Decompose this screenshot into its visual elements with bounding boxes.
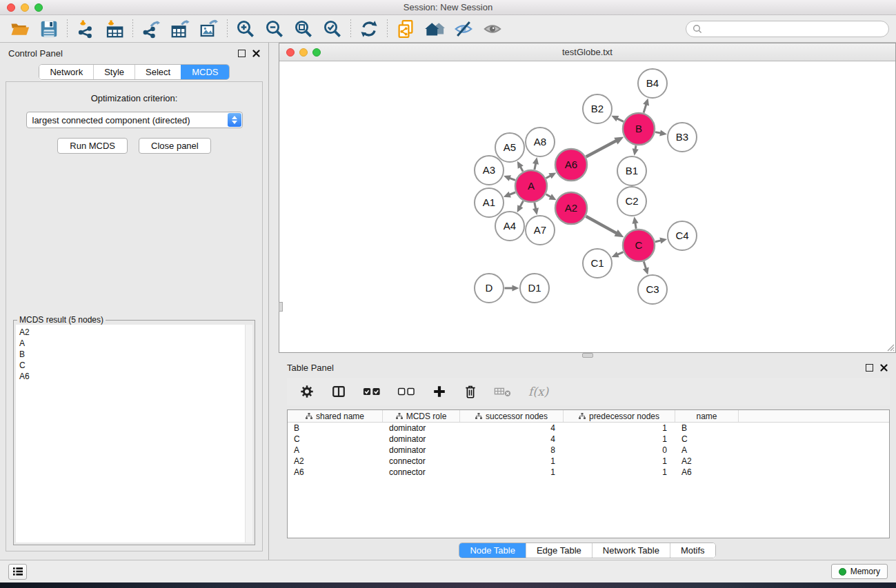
zoom-fit-button[interactable]	[289, 17, 318, 41]
export-network-button[interactable]	[137, 17, 166, 41]
first-neighbors-button[interactable]	[420, 17, 449, 41]
graph-node-D[interactable]: D	[475, 274, 504, 303]
zoom-in-button[interactable]	[231, 17, 260, 41]
table-panel-title: Table Panel	[287, 363, 334, 373]
graph-edge-A6-B[interactable]	[586, 141, 617, 157]
toolbar-separator	[387, 19, 388, 39]
graph-node-A4[interactable]: A4	[495, 212, 524, 241]
tab-style[interactable]: Style	[93, 65, 135, 79]
graph-node-C4[interactable]: C4	[668, 221, 697, 250]
open-folder-icon	[10, 19, 30, 39]
delete-columns-button[interactable]	[464, 384, 477, 399]
select-all-columns-button[interactable]	[363, 385, 381, 398]
criterion-select[interactable]: largest connected component (directed)	[26, 112, 243, 128]
graph-node-A3[interactable]: A3	[475, 156, 504, 185]
close-panel-icon[interactable]	[252, 50, 260, 57]
graph-node-D1[interactable]: D1	[520, 274, 549, 303]
graph-node-C1[interactable]: C1	[583, 249, 612, 278]
graph-node-B[interactable]: B	[623, 113, 655, 145]
column-header-MCDS-role[interactable]: MCDS role	[383, 410, 460, 422]
split-divider[interactable]	[279, 353, 896, 358]
table-row[interactable]: Bdominator41B	[288, 423, 889, 434]
mcds-result-list[interactable]: A2ABCA6	[16, 325, 252, 543]
graph-node-A2[interactable]: A2	[555, 192, 587, 224]
show-all-button[interactable]	[478, 17, 507, 41]
graph-node-C3[interactable]: C3	[638, 275, 667, 304]
table-row[interactable]: A6connector11A6	[288, 467, 889, 478]
column-header-predecessor-nodes[interactable]: predecessor nodes	[564, 410, 675, 422]
task-history-button[interactable]	[8, 564, 27, 580]
import-table-button[interactable]	[100, 17, 129, 41]
network-window-titlebar[interactable]: testGlobe.txt	[279, 43, 895, 61]
function-builder-button[interactable]: f(x)	[528, 385, 548, 398]
mcds-result-item[interactable]: B	[19, 349, 252, 360]
memory-status-icon	[839, 568, 846, 576]
graph-node-B1[interactable]: B1	[617, 156, 646, 185]
float-panel-icon[interactable]	[238, 50, 246, 57]
table-row[interactable]: Adominator80A	[288, 445, 889, 456]
svg-text:B2: B2	[591, 103, 604, 114]
zoom-out-button[interactable]	[260, 17, 289, 41]
graph-node-B3[interactable]: B3	[668, 123, 697, 152]
birdseye-handle[interactable]	[279, 302, 283, 312]
run-mcds-button[interactable]: Run MCDS	[57, 138, 128, 154]
resize-grip-icon[interactable]	[885, 342, 895, 352]
graph-edge-A2-C[interactable]	[586, 216, 617, 234]
tab-network[interactable]: Network	[39, 65, 93, 79]
tab-motifs[interactable]: Motifs	[670, 543, 715, 558]
graph-node-C[interactable]: C	[623, 230, 655, 261]
close-panel-icon[interactable]	[880, 364, 888, 372]
mcds-result-item[interactable]: A2	[19, 327, 252, 338]
graph-edge-arrowhead	[659, 238, 667, 244]
column-header-name[interactable]: name	[675, 410, 739, 422]
workspace: Control Panel NetworkStyleSelectMCDS Opt…	[0, 43, 896, 560]
show-columns-button[interactable]	[331, 384, 346, 399]
tab-network-table[interactable]: Network Table	[592, 543, 670, 558]
mcds-result-item[interactable]: A6	[19, 371, 252, 382]
unselect-all-columns-button[interactable]	[397, 385, 415, 398]
desktop-background	[0, 582, 896, 588]
table-row[interactable]: A2connector11A2	[288, 456, 889, 467]
graph-node-A5[interactable]: A5	[495, 133, 524, 162]
column-header-successor-nodes[interactable]: successor nodes	[460, 410, 564, 422]
svg-text:C: C	[635, 239, 643, 251]
refresh-layout-button[interactable]	[355, 17, 384, 41]
hide-selected-button[interactable]	[449, 17, 478, 41]
tab-node-table[interactable]: Node Table	[459, 543, 526, 558]
svg-text:D1: D1	[528, 282, 541, 294]
add-column-button[interactable]	[432, 384, 447, 399]
memory-button[interactable]: Memory	[831, 564, 888, 579]
close-panel-button[interactable]: Close panel	[139, 138, 211, 154]
table-options-button[interactable]	[299, 384, 315, 399]
export-image-button[interactable]	[195, 17, 223, 41]
graph-node-A1[interactable]: A1	[475, 188, 504, 217]
tab-select[interactable]: Select	[135, 65, 181, 79]
tab-mcds[interactable]: MCDS	[181, 65, 228, 79]
float-panel-icon[interactable]	[866, 364, 873, 372]
search-input[interactable]	[703, 22, 888, 36]
graph-node-B4[interactable]: B4	[638, 69, 667, 98]
save-session-button[interactable]	[34, 17, 63, 41]
graph-node-A6[interactable]: A6	[555, 149, 587, 181]
zoom-selected-button[interactable]	[318, 17, 347, 41]
tab-edge-table[interactable]: Edge Table	[526, 543, 592, 558]
graph-node-A[interactable]: A	[515, 170, 547, 202]
mcds-result-item[interactable]: A	[19, 338, 252, 349]
scrollbar-track[interactable]	[245, 325, 252, 543]
graph-node-B2[interactable]: B2	[583, 94, 612, 123]
mcds-result-item[interactable]: C	[19, 360, 252, 371]
divider-handle[interactable]	[582, 353, 593, 358]
open-session-button[interactable]	[6, 17, 34, 41]
export-table-button[interactable]	[166, 17, 195, 41]
graph-node-C2[interactable]: C2	[617, 187, 646, 216]
import-network-button[interactable]	[71, 17, 100, 41]
create-network-from-selection-button[interactable]	[391, 17, 420, 41]
column-header-shared-name[interactable]: shared name	[288, 410, 383, 422]
delete-table-button[interactable]	[494, 385, 512, 398]
graph-node-A8[interactable]: A8	[526, 128, 555, 156]
criterion-value: largest connected component (directed)	[32, 115, 190, 125]
graph-edge-B-B4[interactable]	[644, 103, 646, 112]
network-canvas[interactable]: B4B2BB3B1A5A8A6A3AA1A4A7A2C2CC4C1C3DD1	[279, 61, 895, 352]
graph-node-A7[interactable]: A7	[526, 216, 555, 245]
table-row[interactable]: Cdominator41C	[288, 434, 889, 445]
